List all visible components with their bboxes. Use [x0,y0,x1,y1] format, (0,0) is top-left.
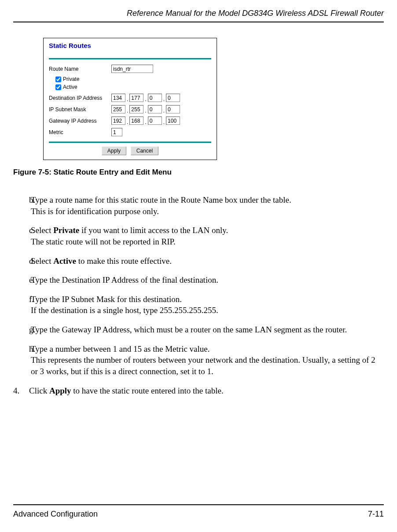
step-d: d. Select Active to make this route effe… [13,255,384,267]
step-line1: Type a route name for this static route … [31,195,291,204]
subnet-octet-4[interactable] [166,105,180,113]
divider [49,58,211,59]
step-marker: c. [13,225,31,247]
ip-dot: . [163,96,165,102]
metric-label: Metric [49,129,111,135]
route-name-input[interactable] [111,65,153,73]
step-prefix: Select [31,256,53,266]
gateway-octet-2[interactable] [129,117,143,125]
dest-ip-octet-2[interactable] [129,94,143,102]
step-content: Type a route name for this static route … [31,194,384,217]
step-prefix: Click [29,386,49,395]
ip-dot: . [163,108,165,114]
subnet-octet-2[interactable] [129,105,143,113]
subnet-row: IP Subnet Mask . . . [49,105,211,113]
subnet-octet-3[interactable] [148,105,162,113]
ip-dot: . [127,96,128,102]
cancel-button[interactable]: Cancel [131,146,158,155]
footer-left: Advanced Configuration [13,510,98,519]
footer-row: Advanced Configuration 7-11 [13,510,384,519]
step-line2: This is for identification purpose only. [31,207,159,216]
step-marker: b. [13,194,31,217]
dest-ip-octet-3[interactable] [148,94,162,102]
step-line1: Type a number between 1 and 15 as the Me… [31,344,210,353]
private-row: Private [55,76,211,82]
step-prefix: Select [31,226,53,235]
gateway-row: Gateway IP Address . . . [49,117,211,125]
dest-ip-label: Destination IP Address [49,95,111,101]
ip-dot: . [127,108,128,114]
step-marker: f. [13,294,31,316]
divider [49,142,211,143]
step-marker: 4. [13,385,29,397]
step-suffix: to have the static route entered into th… [71,386,224,395]
subnet-label: IP Subnet Mask [49,106,111,113]
step-content: Click Apply to have the static route ent… [29,385,384,397]
step-content: Type the IP Subnet Mask for this destina… [31,294,384,316]
step-bold: Private [53,226,79,235]
static-routes-screenshot: Static Routes Route Name Private Active … [43,38,217,160]
step-c: c. Select Private if you want to limit a… [13,225,384,247]
step-content: Type the Destination IP Address of the f… [31,274,384,286]
ip-dot: . [145,96,146,102]
subnet-octet-1[interactable] [111,105,125,113]
step-e: e. Type the Destination IP Address of th… [13,274,384,286]
step-line2: The static route will not be reported in… [31,237,176,246]
gateway-octet-1[interactable] [111,117,125,125]
instruction-list: b. Type a route name for this static rou… [13,194,384,396]
active-checkbox[interactable] [55,84,61,90]
dest-ip-octet-1[interactable] [111,94,125,102]
step-marker: h. [13,343,31,377]
gateway-octet-3[interactable] [148,117,162,125]
step-line2: If the destination is a single host, typ… [31,306,218,315]
private-checkbox[interactable] [55,77,61,82]
ip-dot: . [145,108,146,114]
step-marker: g. [13,324,31,335]
step-content: Type the Gateway IP Address, which must … [31,324,384,335]
footer-rule [13,504,384,505]
ip-dot: . [145,119,146,125]
step-suffix: to make this route effective. [76,256,172,266]
ip-dot: . [163,119,165,125]
active-label: Active [63,84,77,90]
dest-ip-octet-4[interactable] [166,94,180,102]
step-line1: Type the IP Subnet Mask for this destina… [31,295,182,304]
screenshot-title: Static Routes [49,42,211,49]
step-suffix: if you want to limit access to the LAN o… [79,226,228,235]
step-bold: Active [53,256,76,266]
active-row: Active [55,84,211,90]
ip-dot: . [127,119,128,125]
step-g: g. Type the Gateway IP Address, which mu… [13,324,384,335]
metric-row: Metric [49,128,211,136]
header-rule [13,22,384,22]
private-label: Private [63,76,79,82]
apply-button[interactable]: Apply [102,146,126,155]
page-header: Reference Manual for the Model DG834G Wi… [13,9,384,18]
page-footer: Advanced Configuration 7-11 [13,504,384,519]
step-bold: Apply [49,386,71,395]
gateway-octet-4[interactable] [166,117,180,125]
gateway-label: Gateway IP Address [49,118,111,124]
step-b: b. Type a route name for this static rou… [13,194,384,217]
footer-right: 7-11 [368,510,384,519]
step-line2: This represents the number of routers be… [31,355,375,376]
step-h: h. Type a number between 1 and 15 as the… [13,343,384,377]
step-content: Select Active to make this route effecti… [31,255,384,267]
step-marker: d. [13,255,31,267]
metric-input[interactable] [111,128,122,136]
route-name-row: Route Name [49,65,211,73]
figure-caption: Figure 7-5: Static Route Entry and Edit … [13,168,384,177]
button-row: Apply Cancel [49,146,211,155]
step-4: 4. Click Apply to have the static route … [13,385,384,397]
dest-ip-row: Destination IP Address . . . [49,94,211,102]
step-content: Select Private if you want to limit acce… [31,225,384,247]
step-content: Type a number between 1 and 15 as the Me… [31,343,384,377]
step-f: f. Type the IP Subnet Mask for this dest… [13,294,384,316]
route-name-label: Route Name [49,66,111,72]
step-marker: e. [13,274,31,286]
